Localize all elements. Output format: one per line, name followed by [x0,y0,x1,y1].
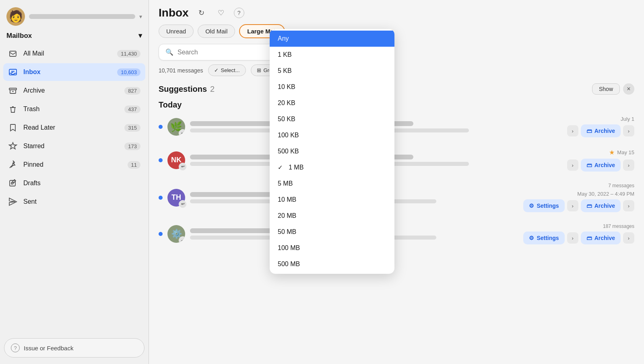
mailbox-section-label: Mailbox ▾ [0,30,149,45]
settings-chevron-button[interactable]: › [567,200,578,211]
svg-rect-0 [10,51,16,56]
settings-label: Settings [537,203,559,209]
sidebar-footer: ? Issue or Feedback [0,333,149,358]
show-button[interactable]: Show [592,83,620,95]
today-title: Today [159,100,182,109]
dropdown-item-50mb[interactable]: 50 MB [270,224,394,240]
archive-label: Archive [594,235,615,241]
sidebar-item-trash[interactable]: Trash 437 [3,100,145,118]
group-icon: ⊞ [257,67,261,73]
forward-badge: ↩ [179,163,187,171]
archive-badge: 827 [124,87,140,95]
sidebar-item-all-mail[interactable]: All Mail 11,430 [3,45,145,62]
email-chevron-button[interactable]: › [567,125,578,136]
archive-button[interactable]: 🗃 Archive [581,232,621,244]
sidebar-item-starred[interactable]: Starred 173 [3,137,145,155]
archive-button[interactable]: 🗃 Archive [581,159,621,172]
refresh-button[interactable]: ↻ [195,6,208,19]
settings-icon: ⚙ [529,203,534,209]
archive-button[interactable]: 🗃 Archive [581,199,621,212]
archive-icon: 🗃 [586,235,592,241]
unread-dot [159,125,163,129]
main-header: Inbox ↻ ♡ ? [149,0,644,19]
archive-label: Archive [594,128,615,134]
avatar[interactable]: 🧑 [6,7,25,26]
dropdown-item-50kb[interactable]: 50 KB [270,111,394,127]
feedback-icon: ? [11,343,20,352]
dropdown-item-20mb[interactable]: 20 MB [270,208,394,224]
dropdown-item-label: 50 MB [278,228,296,236]
sidebar-item-inbox[interactable]: Inbox 10,603 [3,63,145,81]
page-title: Inbox [159,6,189,19]
dropdown-item-label: 10 KB [278,83,295,91]
dropdown-item-10mb[interactable]: 10 MB [270,192,394,208]
read-later-label: Read Later [23,124,119,131]
sidebar-item-read-later[interactable]: Read Later 315 [3,119,145,136]
dropdown-item-label: 100 MB [278,244,300,252]
archive-chevron-button[interactable]: › [623,159,634,171]
archive-button[interactable]: 🗃 Archive [581,124,621,137]
starred-badge: 173 [124,143,140,150]
dropdown-item-1kb[interactable]: 1 KB [270,47,394,63]
settings-button[interactable]: ⚙ Settings [523,199,564,212]
email-actions: › 🗃 Archive › [567,124,634,137]
starred-label: Starred [23,143,119,150]
today-section-header: Today [149,96,644,111]
sidebar-item-pinned[interactable]: Pinned 11 [3,156,145,174]
dropdown-item-10kb[interactable]: 10 KB [270,79,394,95]
email-actions: ⚙ Settings › 🗃 Archive › [523,232,634,244]
favorite-button[interactable]: ♡ [215,6,227,19]
search-icon: 🔍 [165,48,173,56]
select-check-icon: ✓ [214,67,219,73]
avatar: NK ↩ [167,151,185,169]
dropdown-item-label: 500 KB [278,148,299,155]
dropdown-item-500kb[interactable]: 500 KB [270,143,394,159]
dropdown-item-5kb[interactable]: 5 KB [270,63,394,79]
help-button[interactable]: ? [234,8,244,18]
email-row[interactable]: TH ↩ 7 messages May 30, 2022 – 4:49 PM ⚙… [152,178,641,217]
email-row[interactable]: NK ↩ ★ May 15 › 🗃 Archive › [152,144,641,176]
archive-chevron-button[interactable]: › [623,200,634,211]
archive-chevron-button[interactable]: › [623,125,634,136]
sidebar-item-drafts[interactable]: Drafts [3,174,145,192]
tab-old-mail[interactable]: Old Mail [198,25,235,38]
dropdown-item-20kb[interactable]: 20 KB [270,95,394,111]
sent-label: Sent [23,198,140,205]
tab-unread[interactable]: Unread [159,25,194,38]
email-chevron-button[interactable]: › [567,159,578,171]
mailbox-chevron-icon[interactable]: ▾ [138,31,142,40]
sent-icon [8,197,18,207]
all-mail-icon [8,49,18,58]
svg-rect-2 [9,88,17,90]
suggestions-count: 2 [210,85,215,94]
dropdown-item-100kb[interactable]: 100 KB [270,127,394,143]
inbox-icon [8,67,18,77]
account-dropdown-arrow[interactable]: ▾ [139,13,142,20]
feedback-button[interactable]: ? Issue or Feedback [4,338,144,358]
read-later-badge: 315 [124,124,140,132]
sidebar-item-sent[interactable]: Sent [3,193,145,211]
email-actions: › 🗃 Archive › [567,159,634,172]
dropdown-item-5mb[interactable]: 5 MB [270,176,394,192]
email-row[interactable]: 🌿 ↩ July 1 › 🗃 Archive › [152,111,641,142]
settings-icon: ⚙ [529,235,534,241]
close-suggestions-button[interactable]: × [623,83,634,95]
all-mail-badge: 11,430 [117,50,140,58]
suggestions-actions: Show × [592,83,634,95]
dropdown-item-1mb[interactable]: 1 MB [270,159,394,176]
settings-button[interactable]: ⚙ Settings [523,232,564,244]
pinned-label: Pinned [23,161,122,168]
trash-icon [8,104,18,114]
dropdown-item-label: 10 MB [278,196,296,203]
avatar: ⚙️ ↩ [167,225,185,243]
dropdown-item-any[interactable]: Any [270,31,394,47]
inbox-label: Inbox [23,68,111,76]
select-button[interactable]: ✓ Select... [208,64,246,76]
settings-chevron-button[interactable]: › [567,232,578,244]
email-row[interactable]: ⚙️ ↩ 187 messages ⚙ Settings › 🗃 Arch [152,219,641,249]
dropdown-item-500mb[interactable]: 500 MB [270,256,394,272]
sidebar-item-archive[interactable]: Archive 827 [3,82,145,99]
dropdown-item-100mb[interactable]: 100 MB [270,240,394,256]
archive-chevron-button[interactable]: › [623,232,634,244]
archive-icon: 🗃 [586,128,592,134]
